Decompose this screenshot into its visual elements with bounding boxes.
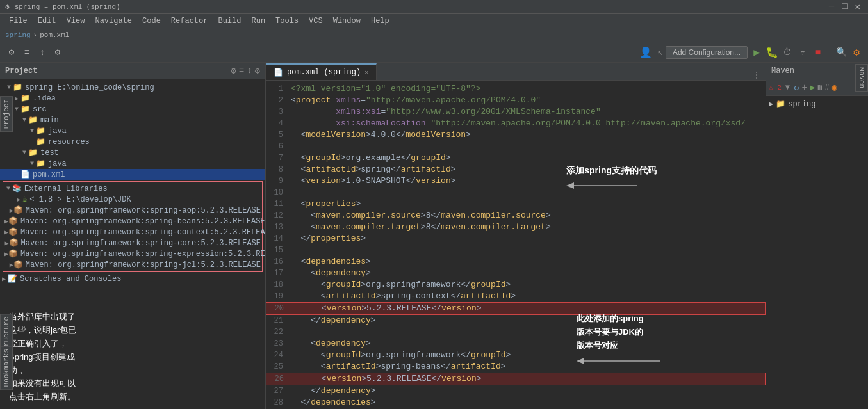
menu-tools[interactable]: Tools <box>270 17 304 26</box>
close-btn[interactable]: ✕ <box>853 1 863 12</box>
maven-add-icon[interactable]: + <box>801 83 807 93</box>
menu-view[interactable]: View <box>61 17 90 26</box>
tree-arrow-scratches: ▶ <box>0 275 8 283</box>
tree-src[interactable]: ▼ 📁 src <box>0 104 265 115</box>
line-content-5: <modelVersion>4.0.0</modelVersion> <box>288 129 766 141</box>
tree-spring-core-label: Maven: org.springframework:spring-core:5… <box>21 239 261 248</box>
menu-window[interactable]: Window <box>328 17 366 26</box>
panel-layout-icon[interactable]: ≡ <box>239 65 244 76</box>
menu-help[interactable]: Help <box>366 17 395 26</box>
tree-spring-core[interactable]: ▶ 📦 Maven: org.springframework:spring-co… <box>4 237 261 248</box>
line-content-14: </properties> <box>288 233 766 245</box>
menu-refactor[interactable]: Refactor <box>166 17 213 26</box>
sidebar-tab-maven[interactable]: Maven <box>855 64 868 92</box>
line-content-4: xsi:schemaLocation="http://maven.apache.… <box>288 118 766 129</box>
profile-run-icon[interactable]: ⏱ <box>781 46 794 59</box>
maven-run-icon[interactable]: ▶ <box>810 82 815 93</box>
maven-expand-icon[interactable]: ▼ <box>785 83 790 92</box>
cursor-icon[interactable]: ↖ <box>657 47 662 58</box>
menu-file[interactable]: File <box>4 17 33 26</box>
line-num-25: 25 <box>266 361 288 373</box>
debug-button[interactable]: 🐛 <box>766 46 778 59</box>
tree-scratches-label: Scratches and Consoles <box>20 275 121 284</box>
menu-edit[interactable]: Edit <box>33 17 61 26</box>
list-icon[interactable]: ≡ <box>20 46 33 59</box>
menu-build[interactable]: Build <box>213 17 246 26</box>
settings-icon[interactable]: ⚙ <box>5 46 18 59</box>
tree-arrow-main: ▼ <box>20 116 28 124</box>
tab-close-icon[interactable]: ✕ <box>364 68 368 76</box>
tree-jdk[interactable]: ▶ ☕ < 1.8 > E:\develop\JDK <box>4 194 261 205</box>
tab-pom-xml[interactable]: 📄 pom.xml (spring) ✕ <box>266 63 377 80</box>
breadcrumb-spring[interactable]: spring <box>5 31 31 39</box>
tree-spring-jcl[interactable]: ▶ 📦 Maven: org.springframework:spring-jc… <box>4 259 261 270</box>
menu-vcs[interactable]: VCS <box>304 17 328 26</box>
code-line-14: 14 </properties> <box>266 233 766 245</box>
maximize-btn[interactable]: □ <box>839 1 849 12</box>
tree-resources[interactable]: 📁 resources <box>0 136 265 147</box>
expression-icon: 📦 <box>8 249 18 259</box>
tree-spring-context[interactable]: ▶ 📦 Maven: org.springframework:spring-co… <box>4 227 261 237</box>
menu-navigate[interactable]: Navigate <box>90 17 137 26</box>
pom-xml-icon: 📄 <box>20 170 30 179</box>
sidebar-tab-bookmarks[interactable]: Bookmarks <box>0 346 13 390</box>
tree-root[interactable]: ▼ 📁 spring E:\online_code\spring <box>0 82 265 93</box>
settings2-icon[interactable]: ⚙ <box>850 46 863 59</box>
line-content-25: <artifactId>spring-beans</artifactId> <box>288 361 766 373</box>
stop-icon[interactable]: ■ <box>812 46 824 59</box>
menu-run[interactable]: Run <box>246 17 270 26</box>
gear-icon[interactable]: ⚙ <box>51 46 64 59</box>
test-folder-icon: 📁 <box>28 148 38 157</box>
line-num-17: 17 <box>266 268 288 279</box>
tree-external-libs-label: External Libraries <box>24 184 108 193</box>
menu-code[interactable]: Code <box>137 17 166 26</box>
tree-java-test[interactable]: ▼ 📁 java <box>0 158 265 169</box>
tree-java[interactable]: ▼ 📁 java <box>0 125 265 136</box>
sidebar-tab-project[interactable]: Project <box>0 96 13 132</box>
tree-arrow-java: ▼ <box>28 127 36 134</box>
tree-test[interactable]: ▼ 📁 test <box>0 147 265 158</box>
maven-circle-icon[interactable]: ◉ <box>832 82 837 93</box>
code-line-26: 26 <version>5.2.3.RELEASE</version> <box>266 373 766 385</box>
code-line-16: 16 <dependencies> <box>266 256 766 268</box>
panel-settings-icon[interactable]: ⚙ <box>231 65 236 76</box>
code-line-2: 2 <project xmlns="http://maven.apache.or… <box>266 95 766 106</box>
breadcrumb-pom[interactable]: pom.xml <box>40 31 69 39</box>
maven-warning-icon: ⚠ 2 <box>769 83 782 92</box>
callout-arrow-2 <box>577 355 666 374</box>
tree-spring-expression[interactable]: ▶ 📦 Maven: org.springframework:spring-ex… <box>4 248 261 259</box>
tree-spring-aop[interactable]: ▶ 📦 Maven: org.springframework:spring-ao… <box>4 205 261 216</box>
line-content-9: <version>1.0-SNAPSHOT</version> <box>288 175 766 187</box>
tree-idea[interactable]: ▶ 📁 .idea <box>0 93 265 104</box>
tree-pom-xml[interactable]: 📄 pom.xml <box>0 169 265 180</box>
code-line-5: 5 <modelVersion>4.0.0</modelVersion> <box>266 129 766 141</box>
code-line-28: 28 </dependencies> <box>266 397 766 408</box>
tree-main[interactable]: ▼ 📁 main <box>0 115 265 125</box>
maven-link-icon[interactable]: # <box>825 83 830 92</box>
tree-spring-beans[interactable]: ▶ 📦 Maven: org.springframework:spring-be… <box>4 216 261 227</box>
editor-content[interactable]: 1 <?xml version="1.0" encoding="UTF-8"?>… <box>266 81 766 409</box>
add-configuration-button[interactable]: Add Configuration... <box>666 46 748 59</box>
maven-spring-item[interactable]: ▶ 📁 spring <box>769 99 865 109</box>
sort-icon[interactable]: ↕ <box>36 46 49 59</box>
search-everywhere-icon[interactable]: 🔍 <box>835 46 848 59</box>
editor-menu-icon[interactable]: ⋮ <box>748 70 766 80</box>
tree-scratches[interactable]: ▶ 📝 Scratches and Consoles <box>0 273 265 284</box>
code-line-4: 4 xsi:schemaLocation="http://maven.apach… <box>266 118 766 129</box>
line-content-28: </dependencies> <box>288 397 766 408</box>
profile-icon[interactable]: 👤 <box>639 46 652 59</box>
tree-arrow-java-test: ▼ <box>28 160 36 167</box>
maven-refresh-icon[interactable]: ↻ <box>794 82 799 93</box>
tree-spring-expression-label: Maven: org.springframework:spring-expres… <box>20 250 265 259</box>
line-num-21: 21 <box>266 315 288 326</box>
panel-sort-icon[interactable]: ↕ <box>247 65 252 76</box>
minimize-btn[interactable]: ─ <box>826 1 837 12</box>
run-button[interactable]: ▶ <box>750 46 763 59</box>
tree-java-label: java <box>48 127 67 136</box>
tree-external-libs[interactable]: ▼ 📚 External Libraries <box>4 183 261 194</box>
panel-gear-icon[interactable]: ⚙ <box>255 65 260 76</box>
coverage-icon[interactable]: ☂ <box>796 46 809 59</box>
maven-tree: ▶ 📁 spring <box>766 96 868 409</box>
tree-idea-label: .idea <box>33 94 56 103</box>
maven-m-icon[interactable]: m <box>817 83 822 92</box>
